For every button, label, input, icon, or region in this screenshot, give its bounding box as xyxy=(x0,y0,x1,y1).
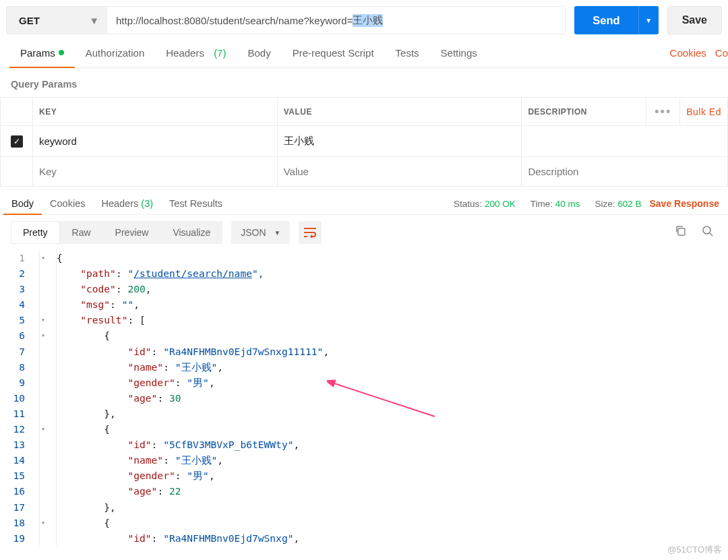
url-selection: 王小贱 xyxy=(353,14,383,27)
checkbox-header xyxy=(1,98,33,126)
url-prefix: http://localhost:8080/student/search/nam… xyxy=(116,15,353,26)
new-desc-input[interactable] xyxy=(528,166,721,177)
url-input[interactable]: http://localhost:8080/student/search/nam… xyxy=(107,6,566,34)
http-method-select[interactable]: GET ▼ xyxy=(6,6,107,34)
svg-rect-0 xyxy=(678,228,685,235)
save-response-link[interactable]: Save Response xyxy=(650,198,725,209)
tab-authorization[interactable]: Authorization xyxy=(75,38,156,67)
request-bar: GET ▼ http://localhost:8080/student/sear… xyxy=(0,0,728,34)
new-value-input[interactable] xyxy=(284,166,516,177)
http-method-label: GET xyxy=(19,15,40,26)
format-select[interactable]: JSON ▼ xyxy=(231,221,290,244)
key-header: KEY xyxy=(33,98,278,126)
chevron-down-icon: ▼ xyxy=(89,15,99,26)
resp-tab-body[interactable]: Body xyxy=(3,193,42,214)
code-link[interactable]: Co xyxy=(715,47,728,59)
chevron-down-icon: ▼ xyxy=(645,17,652,24)
watermark: @51CTO博客 xyxy=(667,544,722,546)
response-body[interactable]: 1{ 2 "path": "/student/search/name", 3 "… xyxy=(0,250,728,546)
resp-tab-headers[interactable]: Headers (3) xyxy=(93,193,161,214)
save-button[interactable]: Save xyxy=(667,6,722,34)
send-button[interactable]: Send xyxy=(574,6,638,34)
tab-params[interactable]: Params xyxy=(9,38,75,67)
response-tabs: Body Cookies Headers (3) Test Results St… xyxy=(0,187,728,215)
search-icon xyxy=(702,225,714,237)
param-value-cell[interactable]: 王小贱 xyxy=(277,126,522,157)
cookies-link[interactable]: Cookies xyxy=(670,47,715,59)
new-key-input[interactable] xyxy=(39,166,271,177)
tab-prerequest[interactable]: Pre-request Script xyxy=(282,38,385,67)
param-desc-cell[interactable] xyxy=(522,126,728,157)
param-new-row xyxy=(1,157,728,187)
view-bar: Pretty Raw Preview Visualize JSON ▼ xyxy=(0,215,728,250)
view-preview[interactable]: Preview xyxy=(103,221,161,244)
resp-tab-cookies[interactable]: Cookies xyxy=(42,193,93,214)
request-tabs: Params Authorization Headers (7) Body Pr… xyxy=(0,38,728,68)
tab-body[interactable]: Body xyxy=(237,38,281,67)
wrap-lines-button[interactable] xyxy=(299,221,322,244)
ellipsis-icon: ••• xyxy=(655,104,671,118)
tab-settings[interactable]: Settings xyxy=(430,38,488,67)
param-checkbox[interactable]: ✓ xyxy=(11,135,23,148)
tab-headers[interactable]: Headers (7) xyxy=(155,38,237,67)
value-header: VALUE xyxy=(277,98,522,126)
view-visualize[interactable]: Visualize xyxy=(160,221,222,244)
resp-tab-tests[interactable]: Test Results xyxy=(161,193,231,214)
view-raw[interactable]: Raw xyxy=(60,221,103,244)
tab-tests[interactable]: Tests xyxy=(385,38,430,67)
more-header[interactable]: ••• xyxy=(646,98,680,126)
svg-point-1 xyxy=(703,226,710,234)
copy-icon xyxy=(675,225,686,237)
param-row: ✓ keyword 王小贱 xyxy=(1,126,728,157)
query-params-title: Query Params xyxy=(0,68,728,97)
copy-button[interactable] xyxy=(671,225,690,240)
search-button[interactable] xyxy=(698,225,717,241)
send-split-button[interactable]: ▼ xyxy=(638,6,659,34)
active-dot-icon xyxy=(59,50,64,55)
wrap-icon xyxy=(303,227,317,238)
chevron-down-icon: ▼ xyxy=(274,229,281,237)
param-key-cell[interactable]: keyword xyxy=(33,126,278,157)
response-status: Status: 200 OK Time: 40 ms Size: 602 B xyxy=(454,199,649,209)
bulk-edit-link[interactable]: Bulk Ed xyxy=(680,98,728,126)
view-pretty[interactable]: Pretty xyxy=(11,221,60,244)
description-header: DESCRIPTION xyxy=(522,98,646,126)
query-params-table: KEY VALUE DESCRIPTION ••• Bulk Ed ✓ keyw… xyxy=(0,97,728,187)
